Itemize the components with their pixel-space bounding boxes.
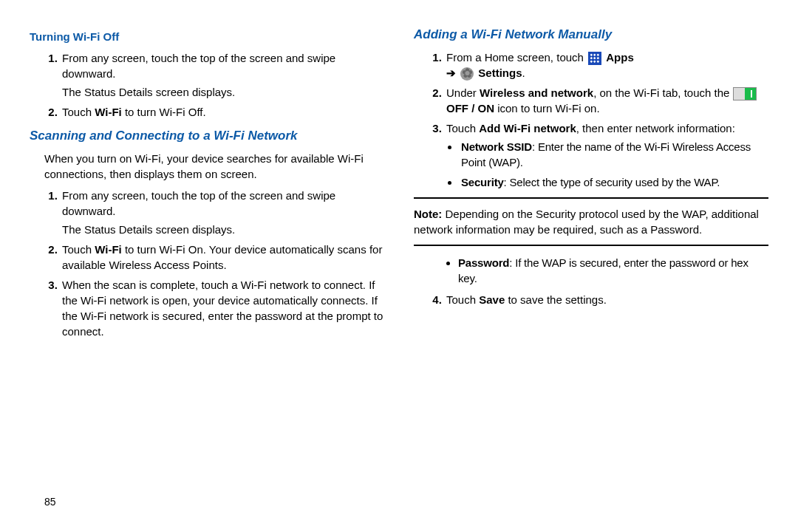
step-text: to save the settings. (505, 293, 607, 306)
adding-steps-cont: Touch Save to save the settings. (414, 292, 768, 307)
password-label: Password (458, 256, 509, 269)
step-text: Touch (62, 106, 95, 118)
step-subtext: The Status Details screen displays. (62, 84, 384, 100)
settings-label: Settings (478, 66, 522, 79)
period: . (522, 66, 525, 79)
off-on-toggle-icon (733, 87, 757, 100)
page-number: 85 (44, 495, 56, 510)
bullet-item: Security: Select the type of security us… (460, 174, 768, 190)
left-column: Turning Wi-Fi Off From any screen, touch… (30, 26, 384, 517)
add-wifi-label: Add Wi-Fi network (479, 122, 576, 134)
step-text: Touch (62, 243, 95, 256)
scanning-steps: From any screen, touch the top of the sc… (30, 188, 384, 339)
ssid-label: Network SSID (461, 140, 532, 153)
step-item: From a Home screen, touch Apps ➔ Setting… (445, 50, 768, 81)
step-text: to turn Wi-Fi Off. (122, 106, 206, 118)
wireless-network-label: Wireless and network (480, 86, 593, 99)
adding-steps: From a Home screen, touch Apps ➔ Setting… (414, 50, 768, 190)
step-item: From any screen, touch the top of the sc… (61, 188, 384, 237)
security-label: Security (461, 176, 504, 188)
step-item: Touch Add Wi-Fi network, then enter netw… (445, 120, 768, 190)
step-text: icon to turn Wi-Fi on. (494, 102, 600, 115)
off-on-label: OFF / ON (446, 102, 494, 115)
step-text: Touch (446, 293, 479, 306)
step-text: , on the Wi-Fi tab, touch the (593, 86, 732, 99)
bullet-text: : Select the type of security used by th… (504, 176, 720, 188)
step-item: Touch Wi-Fi to turn Wi-Fi On. Your devic… (61, 242, 384, 273)
step-item: Touch Save to save the settings. (445, 292, 768, 307)
network-info-bullets: Network SSID: Enter the name of the Wi-F… (446, 139, 768, 190)
wifi-label: Wi-Fi (95, 243, 122, 256)
intro-paragraph: When you turn on Wi-Fi, your device sear… (44, 151, 384, 182)
step-subtext: The Status Details screen displays. (62, 222, 384, 237)
step-text: Touch (446, 122, 479, 134)
note-block: Note: Depending on the Security protocol… (414, 197, 768, 246)
bullet-item: Network SSID: Enter the name of the Wi-F… (460, 139, 768, 170)
password-bullet: Password: If the WAP is secured, enter t… (414, 255, 768, 286)
settings-gear-icon (460, 67, 474, 81)
turning-off-steps: From any screen, touch the top of the sc… (30, 50, 384, 120)
note-text: Depending on the Security protocol used … (414, 208, 759, 236)
step-text: Under (446, 86, 480, 99)
apps-label: Apps (606, 51, 634, 64)
heading-turning-wifi-off: Turning Wi-Fi Off (30, 29, 384, 44)
note-label: Note: (414, 208, 446, 220)
arrow-icon: ➔ (446, 66, 459, 79)
wifi-label: Wi-Fi (95, 106, 122, 118)
manual-page: Turning Wi-Fi Off From any screen, touch… (0, 0, 798, 532)
step-text: , then enter network information: (576, 122, 735, 134)
step-item: Under Wireless and network, on the Wi-Fi… (445, 85, 768, 116)
bullet-item: Password: If the WAP is secured, enter t… (458, 255, 768, 286)
step-item: When the scan is complete, touch a Wi-Fi… (61, 277, 384, 339)
save-label: Save (479, 293, 505, 306)
heading-adding-manually: Adding a Wi-Fi Network Manually (414, 26, 768, 44)
apps-grid-icon (588, 52, 601, 65)
right-column: Adding a Wi-Fi Network Manually From a H… (414, 26, 768, 517)
step-text: From any screen, touch the top of the sc… (62, 189, 335, 217)
step-text: From a Home screen, touch (446, 51, 587, 64)
step-item: Touch Wi-Fi to turn Wi-Fi Off. (61, 104, 384, 120)
step-text: When the scan is complete, touch a Wi-Fi… (62, 279, 383, 338)
step-item: From any screen, touch the top of the sc… (61, 50, 384, 100)
heading-scanning-connecting: Scanning and Connecting to a Wi-Fi Netwo… (30, 127, 384, 145)
step-text: From any screen, touch the top of the sc… (62, 52, 335, 80)
